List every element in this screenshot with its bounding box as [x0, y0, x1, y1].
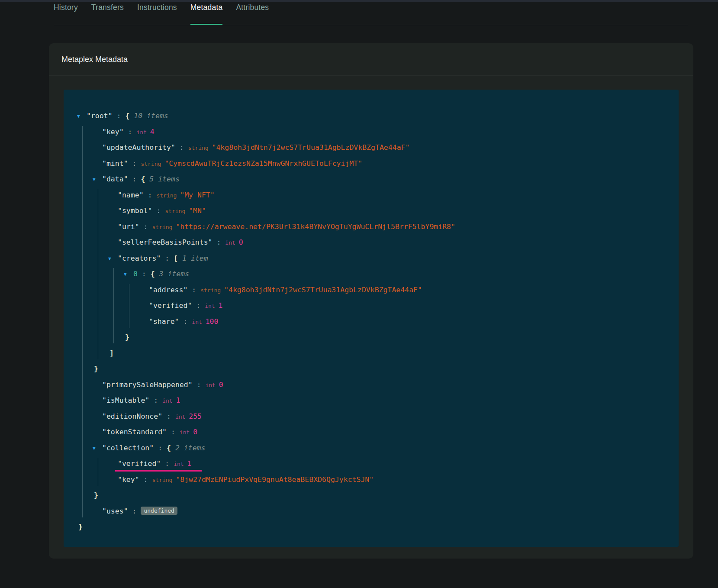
- json-colon: :: [167, 428, 180, 436]
- json-row: "uri" : string "https://arweave.net/PK3U…: [64, 219, 679, 235]
- json-colon: :: [213, 238, 225, 246]
- json-value: 1: [187, 459, 191, 468]
- json-colon: :: [128, 175, 141, 183]
- json-value: "MN": [189, 207, 206, 215]
- json-value: undefined: [141, 507, 177, 515]
- json-value: 100: [206, 317, 219, 326]
- json-value: "CymscdAwuTRjCz1ezsNZa15MnwGNrxhGUEToLFc…: [164, 159, 362, 168]
- expand-arrow-icon[interactable]: ▼: [93, 172, 96, 188]
- json-bracket: {: [167, 444, 171, 452]
- json-key: 0: [133, 270, 138, 278]
- json-key: "primarySaleHappened": [102, 381, 193, 389]
- json-colon: :: [149, 396, 162, 404]
- json-row: ▼0 : { 3 items: [64, 266, 679, 282]
- json-row: "verified" : int 1: [64, 456, 679, 472]
- json-row: "uses" : undefined: [64, 504, 679, 520]
- json-type-label: int: [175, 414, 189, 420]
- json-row: "updateAuthority" : string "4kg8oh3jdNtn…: [64, 140, 679, 156]
- json-value: 0: [219, 381, 223, 389]
- json-value: 0: [193, 428, 197, 436]
- json-colon: :: [138, 270, 151, 278]
- json-key: "uri": [118, 223, 139, 231]
- json-bracket: {: [125, 112, 129, 120]
- json-key: "key": [118, 475, 139, 484]
- json-value: "4kg8oh3jdNtn7j2wcS7TrUua31AgbLzDVkBZgTA…: [224, 286, 422, 294]
- json-key: "creators": [118, 254, 161, 262]
- json-value: 255: [189, 412, 202, 420]
- json-type-label: int: [205, 382, 219, 388]
- tab-metadata[interactable]: Metadata: [190, 2, 223, 25]
- json-key: "verified": [149, 301, 192, 310]
- json-row: "verified" : int 1: [64, 298, 679, 314]
- metadata-card: Metaplex Metadata ▼"root" : { 10 items"k…: [49, 43, 693, 559]
- json-row: }: [64, 361, 679, 377]
- json-key: "collection": [102, 444, 154, 452]
- json-tree-viewer: ▼"root" : { 10 items"key" : int 4"update…: [64, 90, 679, 547]
- json-value: "My NFT": [180, 191, 214, 199]
- json-row: "sellerFeeBasisPoints" : int 0: [64, 235, 679, 251]
- json-item-count: 5 items: [145, 175, 179, 183]
- json-row: }: [64, 488, 679, 504]
- json-key: "mint": [102, 159, 128, 168]
- json-colon: :: [139, 475, 152, 484]
- json-type-label: int: [205, 303, 218, 309]
- tab-transfers[interactable]: Transfers: [91, 2, 124, 25]
- json-row: "address" : string "4kg8oh3jdNtn7j2wcS7T…: [64, 282, 679, 298]
- json-type-label: string: [152, 477, 176, 483]
- json-key: "uses": [102, 507, 128, 515]
- json-colon: :: [179, 317, 192, 326]
- json-row: "tokenStandard" : int 0: [64, 424, 679, 440]
- json-key: "verified": [118, 459, 161, 468]
- json-type-label: string: [156, 192, 180, 199]
- json-row: ▼"root" : { 10 items: [64, 108, 679, 124]
- json-type-label: string: [152, 224, 176, 230]
- json-key: "editionNonce": [102, 412, 162, 420]
- json-bracket: }: [125, 333, 129, 341]
- expand-arrow-icon[interactable]: ▼: [93, 441, 96, 457]
- json-row: "key" : int 4: [64, 124, 679, 140]
- expand-arrow-icon[interactable]: ▼: [77, 109, 80, 125]
- json-colon: :: [193, 381, 206, 389]
- json-row: "primarySaleHappened" : int 0: [64, 377, 679, 393]
- json-row: "editionNonce" : int 255: [64, 409, 679, 425]
- json-row: "mint" : string "CymscdAwuTRjCz1ezsNZa15…: [64, 156, 679, 172]
- json-key: "tokenStandard": [102, 428, 167, 436]
- json-key: "address": [149, 286, 187, 294]
- json-row: "key" : string "8jw27dMzENPiudPxVqE9gnuA…: [64, 472, 679, 488]
- expand-arrow-icon[interactable]: ▼: [108, 251, 111, 267]
- json-row: ]: [64, 346, 679, 362]
- json-key: "isMutable": [102, 396, 149, 404]
- tab-history[interactable]: History: [54, 2, 78, 25]
- json-bracket: [: [174, 254, 178, 262]
- expand-arrow-icon[interactable]: ▼: [124, 267, 127, 283]
- json-row: ▼"creators" : [ 1 item: [64, 251, 679, 267]
- card-header: Metaplex Metadata: [49, 43, 693, 76]
- json-type-label: int: [225, 239, 238, 246]
- json-bracket: }: [78, 523, 83, 531]
- json-type-label: string: [188, 145, 212, 151]
- json-bracket: {: [151, 270, 155, 278]
- tabs-divider: [54, 25, 688, 25]
- json-type-label: int: [136, 129, 150, 136]
- json-rows: ▼"root" : { 10 items"key" : int 4"update…: [64, 90, 679, 535]
- json-row: "isMutable" : int 1: [64, 393, 679, 409]
- json-bracket: }: [94, 365, 98, 373]
- json-type-label: int: [180, 429, 193, 436]
- json-value: 4: [150, 128, 155, 136]
- json-item-count: 10 items: [129, 112, 168, 120]
- json-key: "sellerFeeBasisPoints": [118, 238, 213, 246]
- json-key: "symbol": [118, 207, 152, 215]
- json-colon: :: [124, 128, 137, 136]
- json-value: "https://arweave.net/PK3Url31k4BYNvYOgTu…: [176, 223, 455, 231]
- json-value: 0: [239, 238, 243, 246]
- json-row: "symbol" : string "MN": [64, 203, 679, 219]
- json-value: "4kg8oh3jdNtn7j2wcS7TrUua31AgbLzDVkBZgTA…: [212, 143, 410, 152]
- json-row: "share" : int 100: [64, 314, 679, 330]
- json-value: "8jw27dMzENPiudPxVqE9gnuAt8eaBEBXD6QgJyk…: [176, 475, 373, 484]
- json-type-label: string: [141, 161, 164, 167]
- tab-instructions[interactable]: Instructions: [137, 2, 177, 25]
- json-key: "root": [87, 112, 113, 120]
- tab-attributes[interactable]: Attributes: [236, 2, 269, 25]
- json-item-count: 1 item: [178, 254, 208, 262]
- json-row: }: [64, 519, 679, 535]
